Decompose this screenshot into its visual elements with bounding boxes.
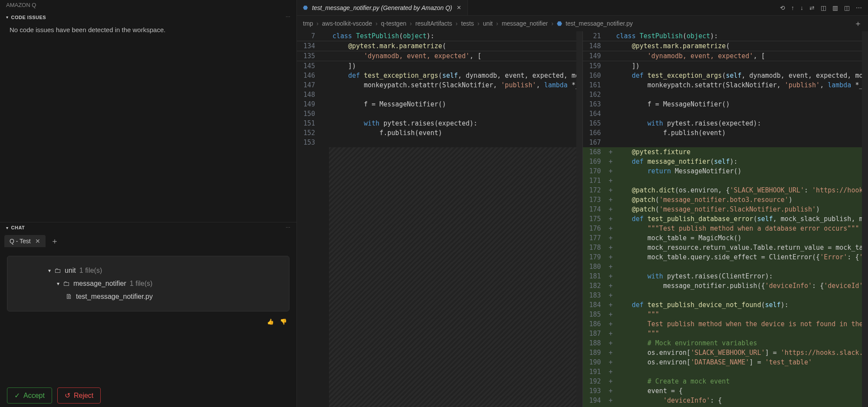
breadcrumb-item[interactable]: aws-toolkit-vscode xyxy=(322,20,372,27)
reject-button[interactable]: ↺ Reject xyxy=(57,387,101,404)
code-content[interactable]: f = MessageNotifier() xyxy=(613,99,868,109)
tree-folder[interactable]: ▾🗀message_notifier1 file(s) xyxy=(18,277,279,290)
code-content[interactable]: def message_notifier(self): xyxy=(613,157,868,166)
code-content[interactable] xyxy=(329,90,582,99)
code-content[interactable]: 'deviceInfo': { xyxy=(613,396,868,405)
code-content[interactable] xyxy=(329,109,582,119)
chat-header[interactable]: ▾ CHAT ⋯ xyxy=(0,222,296,233)
code-content[interactable] xyxy=(613,291,868,300)
code-line[interactable]: 173+ @patch('message_notifier.boto3.reso… xyxy=(583,195,868,205)
ellipsis-icon[interactable]: ⋯ xyxy=(286,225,291,231)
code-issues-header[interactable]: ▾ CODE ISSUES ⋯ xyxy=(0,12,296,23)
code-line[interactable]: 165 with pytest.raises(expected): xyxy=(583,119,868,128)
code-content[interactable]: """Test publish method when a database e… xyxy=(613,224,868,233)
code-content[interactable] xyxy=(613,109,868,119)
code-line[interactable]: 134 @pytest.mark.parametrize( xyxy=(297,41,582,51)
code-line[interactable]: 185+ """ xyxy=(583,310,868,319)
code-line[interactable]: 149 f = MessageNotifier() xyxy=(297,99,582,109)
code-content[interactable]: f.publish(event) xyxy=(613,128,868,138)
thumbs-down-icon[interactable]: 👎 xyxy=(280,318,287,325)
code-line[interactable]: 167 xyxy=(583,138,868,147)
diff-pane-left[interactable]: 7class TestPublish(object):134 @pytest.m… xyxy=(297,31,583,407)
code-content[interactable]: mock_resource.return_value.Table.return_… xyxy=(613,243,868,252)
chevron-down-icon[interactable]: ▾ xyxy=(6,15,9,20)
code-content[interactable]: @patch('message_notifier.SlackNotifier.p… xyxy=(613,205,868,214)
code-content[interactable]: 'dynamodb, event, expected', [ xyxy=(613,51,868,61)
code-content[interactable]: @pytest.mark.parametrize( xyxy=(613,41,868,51)
code-content[interactable]: def test_publish_device_not_found(self): xyxy=(613,300,868,310)
code-content[interactable]: ]) xyxy=(329,61,582,71)
minimap-left[interactable] xyxy=(576,31,582,407)
chevron-down-icon[interactable]: ▾ xyxy=(57,281,59,287)
code-line[interactable]: 160 def test_exception_args(self, dynamo… xyxy=(583,71,868,80)
code-content[interactable] xyxy=(613,90,868,99)
code-line[interactable]: 7class TestPublish(object): xyxy=(297,31,582,41)
code-line[interactable]: 168+ @pytest.fixture xyxy=(583,147,868,157)
code-content[interactable]: @pytest.fixture xyxy=(613,147,868,157)
ellipsis-icon[interactable]: ⋯ xyxy=(856,4,862,11)
code-line[interactable]: 175+ def test_publish_database_error(sel… xyxy=(583,214,868,224)
code-content[interactable]: f.publish(event) xyxy=(329,128,582,138)
code-line[interactable]: 176+ """Test publish method when a datab… xyxy=(583,224,868,233)
code-content[interactable]: event = { xyxy=(613,386,868,396)
add-icon[interactable]: ＋ xyxy=(854,18,862,29)
code-table-right[interactable]: 21class TestPublish(object):148 @pytest.… xyxy=(583,31,868,407)
code-content[interactable]: mock_table.query.side_effect = ClientErr… xyxy=(613,252,868,262)
code-content[interactable] xyxy=(613,367,868,377)
code-content[interactable]: with pytest.raises(expected): xyxy=(613,119,868,128)
code-line[interactable]: 193+ event = { xyxy=(583,386,868,396)
tree-folder[interactable]: ▾🗀unit1 file(s) xyxy=(18,264,279,277)
close-icon[interactable]: ✕ xyxy=(35,238,40,245)
code-line[interactable]: 146 def test_exception_args(self, dynamo… xyxy=(297,71,582,80)
breadcrumb-item[interactable]: unit xyxy=(483,20,493,27)
code-line[interactable]: 178+ mock_resource.return_value.Table.re… xyxy=(583,243,868,252)
code-line[interactable]: 195+ 'deviceId': 'NONEXISTENT_DEVICE' xyxy=(583,405,868,407)
code-content[interactable]: ]) xyxy=(613,61,868,71)
close-icon[interactable]: ✕ xyxy=(457,4,461,11)
code-line[interactable]: 135 'dynamodb, event, expected', [ xyxy=(297,51,582,61)
tree-file[interactable]: 🗎test_message_notifier.py xyxy=(18,290,279,303)
arrow-up-icon[interactable]: ↑ xyxy=(791,4,794,11)
accept-button[interactable]: ✓ Accept xyxy=(7,387,52,404)
arrow-down-icon[interactable]: ↓ xyxy=(800,4,803,11)
code-line[interactable]: 149 'dynamodb, event, expected', [ xyxy=(583,51,868,61)
code-line[interactable]: 184+ def test_publish_device_not_found(s… xyxy=(583,300,868,310)
chat-tab-q-test[interactable]: Q - Test ✕ xyxy=(4,235,46,247)
code-line[interactable]: 148 @pytest.mark.parametrize( xyxy=(583,41,868,51)
code-line[interactable]: 172+ @patch.dict(os.environ, {'SLACK_WEB… xyxy=(583,185,868,195)
code-content[interactable] xyxy=(329,138,582,147)
code-line[interactable]: 180+ xyxy=(583,262,868,271)
code-content[interactable]: def test_exception_args(self, dynamodb, … xyxy=(329,71,582,80)
code-line[interactable]: 192+ # Create a mock event xyxy=(583,377,868,386)
code-line[interactable]: 148 xyxy=(297,90,582,99)
code-content[interactable] xyxy=(613,138,868,147)
code-content[interactable]: monkeypatch.setattr(SlackNotifier, 'publ… xyxy=(329,80,582,90)
breadcrumb-item[interactable]: resultArtifacts xyxy=(415,20,452,27)
chevron-down-icon[interactable]: ▾ xyxy=(6,225,9,230)
code-line[interactable]: 170+ return MessageNotifier() xyxy=(583,166,868,176)
code-line[interactable]: 159 ]) xyxy=(583,61,868,71)
breadcrumb-item[interactable]: q-testgen xyxy=(381,20,406,27)
compare-icon[interactable]: ⇄ xyxy=(809,4,815,11)
code-content[interactable]: 'dynamodb, event, expected', [ xyxy=(329,51,582,61)
code-content[interactable]: return MessageNotifier() xyxy=(613,166,868,176)
code-table-left[interactable]: 7class TestPublish(object):134 @pytest.m… xyxy=(297,31,582,407)
code-line[interactable]: 151 with pytest.raises(expected): xyxy=(297,119,582,128)
code-content[interactable] xyxy=(613,262,868,271)
code-line[interactable]: 187+ """ xyxy=(583,329,868,338)
code-line[interactable]: 182+ message_notifier.publish({'deviceIn… xyxy=(583,281,868,291)
code-line[interactable]: 190+ os.environ['DATABASE_NAME'] = 'test… xyxy=(583,357,868,367)
code-content[interactable]: 'deviceId': 'NONEXISTENT_DEVICE' xyxy=(613,405,868,407)
code-content[interactable]: def test_publish_database_error(self, mo… xyxy=(613,214,868,224)
breadcrumb[interactable]: tmp›aws-toolkit-vscode›q-testgen›resultA… xyxy=(297,16,868,31)
code-line[interactable]: 147 monkeypatch.setattr(SlackNotifier, '… xyxy=(297,80,582,90)
code-content[interactable]: """ xyxy=(613,329,868,338)
code-line[interactable]: 169+ def message_notifier(self): xyxy=(583,157,868,166)
code-line[interactable]: 164 xyxy=(583,109,868,119)
code-line[interactable]: 166 f.publish(event) xyxy=(583,128,868,138)
ellipsis-icon[interactable]: ⋯ xyxy=(286,14,291,20)
code-line[interactable]: 145 ]) xyxy=(297,61,582,71)
code-line[interactable]: 152 f.publish(event) xyxy=(297,128,582,138)
breadcrumb-item[interactable]: test_message_notifier.py xyxy=(566,20,633,27)
code-content[interactable]: # Create a mock event xyxy=(613,377,868,386)
